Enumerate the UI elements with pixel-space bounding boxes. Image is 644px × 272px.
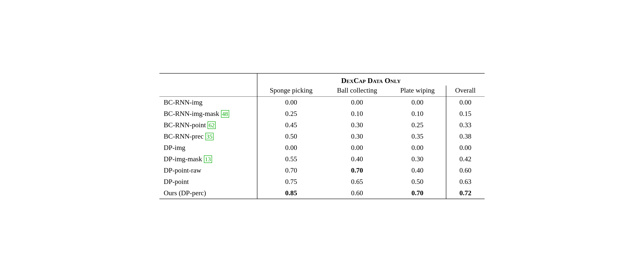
table-row: DP-img0.000.000.000.00 [160,142,484,153]
method-cell: DP-point-raw [160,165,257,176]
overall-cell: 0.15 [446,108,484,119]
table-row: BC-RNN-prec 350.500.300.350.38 [160,131,484,142]
sponge-cell: 0.85 [257,187,325,199]
sponge-col-header: Sponge picking [257,85,325,97]
plate-cell: 0.70 [389,187,446,199]
table-row: BC-RNN-img0.000.000.000.00 [160,96,484,108]
plate-cell: 0.30 [389,153,446,165]
sponge-cell: 0.50 [257,131,325,142]
table-row: DP-point-raw0.700.700.400.60 [160,165,484,176]
ball-cell: 0.10 [325,108,389,119]
sponge-cell: 0.55 [257,153,325,165]
method-cell: DP-point [160,176,257,187]
method-cell: BC-RNN-point 62 [160,119,257,131]
method-cell: BC-RNN-prec 35 [160,131,257,142]
reference-link: 35 [206,133,214,140]
overall-cell: 0.00 [446,142,484,153]
plate-cell: 0.00 [389,96,446,108]
dexcap-header: DexCap Data Only [257,73,485,85]
overall-cell: 0.42 [446,153,484,165]
plate-cell: 0.40 [389,165,446,176]
plate-col-header: Plate wiping [389,85,446,97]
overall-cell: 0.72 [446,187,484,199]
ball-cell: 0.40 [325,153,389,165]
plate-cell: 0.35 [389,131,446,142]
method-cell: Ours (DP-perc) [160,187,257,199]
method-col-header [160,85,257,97]
ball-cell: 0.30 [325,131,389,142]
sponge-cell: 0.25 [257,108,325,119]
sponge-cell: 0.45 [257,119,325,131]
overall-cell: 0.60 [446,165,484,176]
results-table: DexCap Data Only Sponge picking Ball col… [160,73,484,199]
overall-cell: 0.63 [446,176,484,187]
overall-cell: 0.33 [446,119,484,131]
ball-cell: 0.00 [325,96,389,108]
ball-cell: 0.60 [325,187,389,199]
header-row-1: DexCap Data Only [160,73,484,85]
method-header-empty [160,73,257,85]
sponge-cell: 0.70 [257,165,325,176]
reference-link: 13 [204,155,212,163]
plate-cell: 0.25 [389,119,446,131]
sponge-cell: 0.00 [257,96,325,108]
table-row: DP-point0.750.650.500.63 [160,176,484,187]
ball-cell: 0.70 [325,165,389,176]
sponge-cell: 0.00 [257,142,325,153]
reference-link: 48 [221,110,229,118]
ball-cell: 0.30 [325,119,389,131]
ball-col-header: Ball collecting [325,85,389,97]
plate-cell: 0.10 [389,108,446,119]
reference-link: 62 [208,121,216,129]
overall-cell: 0.00 [446,96,484,108]
method-cell: BC-RNN-img-mask 48 [160,108,257,119]
plate-cell: 0.50 [389,176,446,187]
table-row: Ours (DP-perc)0.850.600.700.72 [160,187,484,199]
table-container: DexCap Data Only Sponge picking Ball col… [151,65,493,208]
overall-cell: 0.38 [446,131,484,142]
table-row: BC-RNN-point 620.450.300.250.33 [160,119,484,131]
sponge-cell: 0.75 [257,176,325,187]
table-row: BC-RNN-img-mask 480.250.100.100.15 [160,108,484,119]
method-cell: DP-img [160,142,257,153]
header-row-2: Sponge picking Ball collecting Plate wip… [160,85,484,97]
ball-cell: 0.00 [325,142,389,153]
ball-cell: 0.65 [325,176,389,187]
plate-cell: 0.00 [389,142,446,153]
overall-col-header: Overall [446,85,484,97]
method-cell: DP-img-mask 13 [160,153,257,165]
table-row: DP-img-mask 130.550.400.300.42 [160,153,484,165]
method-cell: BC-RNN-img [160,96,257,108]
